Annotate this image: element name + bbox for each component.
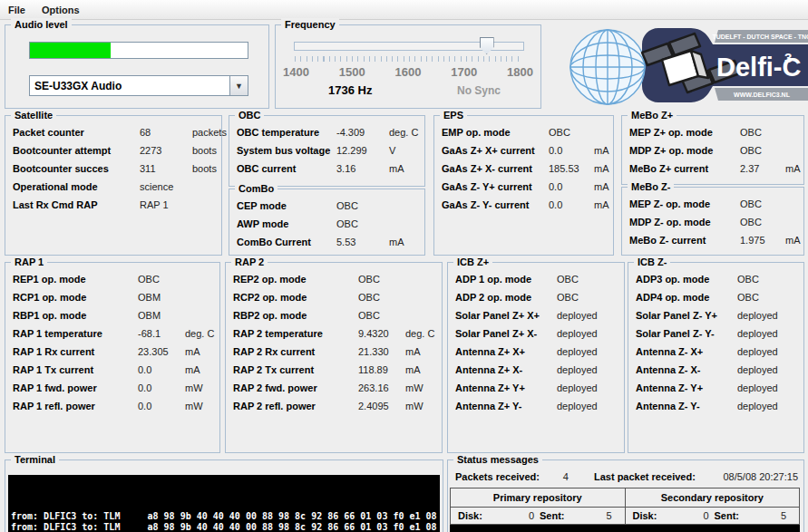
panel-title: Status messages xyxy=(453,453,542,466)
telemetry-row: MDP Z- op. mode OBC xyxy=(622,213,803,231)
telemetry-unit: mW xyxy=(185,401,219,411)
sync-status: No Sync xyxy=(457,84,501,97)
telemetry-label: Antenna Z+ Y+ xyxy=(455,382,557,393)
telemetry-value: 0.0 xyxy=(138,401,185,411)
menu-file[interactable]: File xyxy=(0,2,34,18)
telemetry-unit: mA xyxy=(389,237,424,247)
telemetry-label: Antenna Z- X+ xyxy=(636,346,737,357)
telemetry-unit: V xyxy=(389,145,424,156)
tick-label: 1600 xyxy=(395,65,422,79)
telemetry-label: MEP Z- op. mode xyxy=(629,198,740,209)
telemetry-value: OBC xyxy=(549,127,594,138)
telemetry-label: RAP 1 fwd. power xyxy=(13,382,138,393)
audio-device-value: SE-U33GX Audio xyxy=(30,80,229,92)
terminal-line: from: DLFIC3 to: TLM a8 98 9b 40 40 40 0… xyxy=(11,522,440,532)
telemetry-label: Solar Panel Z- Y+ xyxy=(636,310,737,321)
telemetry-row: AWP mode OBC xyxy=(229,215,424,233)
telemetry-row: RCP2 op. mode OBC xyxy=(226,288,442,306)
telemetry-label: MDP Z- op. mode xyxy=(629,217,740,227)
tick-label: 1700 xyxy=(451,65,477,79)
panel-obc: OBC OBC temperature -4.309 deg. C System… xyxy=(229,115,425,187)
telemetry-row: Antenna Z- Y+ deployed xyxy=(628,379,803,397)
status-log-strip[interactable] xyxy=(450,525,800,532)
telemetry-label: OBC current xyxy=(237,163,336,174)
telemetry-row: MeBo Z+ current 2.37 mA xyxy=(622,160,803,178)
telemetry-value: OBC xyxy=(737,292,801,303)
telemetry-value: OBC xyxy=(336,200,389,211)
disk-label: Disk: xyxy=(458,510,505,521)
telemetry-label: Antenna Z- Y+ xyxy=(636,382,737,393)
telemetry-row: GaAs Z- Y+ current 0.0 mA xyxy=(434,178,613,196)
terminal-console[interactable]: from: DLFIC3 to: TLM a8 98 9b 40 40 40 0… xyxy=(8,475,440,532)
telemetry-value: deployed xyxy=(557,310,620,321)
telemetry-value: 12.299 xyxy=(336,145,389,156)
menu-bar: File Options xyxy=(0,0,808,20)
telemetry-row: Packet counter 68 packets xyxy=(5,123,221,141)
telemetry-row: MDP Z+ op. mode OBC xyxy=(622,141,803,160)
telemetry-value: 2273 xyxy=(140,145,192,156)
telemetry-label: GaAs Z- Y+ current xyxy=(442,181,549,192)
telemetry-row: Solar Panel Z- Y+ deployed xyxy=(628,306,803,324)
telemetry-row: Antenna Z+ Y- deployed xyxy=(448,397,624,415)
panel-title: ICB Z- xyxy=(634,256,670,268)
telemetry-label: GaAs Z+ X- current xyxy=(442,163,549,174)
telemetry-value: 21.330 xyxy=(358,346,405,357)
telemetry-row: RBP1 op. mode OBM xyxy=(5,306,219,324)
telemetry-label: Solar Panel Z+ X- xyxy=(455,328,557,339)
telemetry-label: ADP4 op. mode xyxy=(636,292,737,303)
telemetry-row: MEP Z+ op. mode OBC xyxy=(622,123,803,141)
audio-level-meter xyxy=(29,42,248,59)
terminal-line: from: DLFIC3 to: TLM a8 98 9b 40 40 40 0… xyxy=(11,511,440,523)
telemetry-row: ADP4 op. mode OBC xyxy=(628,288,803,306)
telemetry-label: RAP 2 Tx current xyxy=(233,364,358,375)
menu-options[interactable]: Options xyxy=(34,2,88,18)
telemetry-row: ADP3 op. mode OBC xyxy=(628,270,803,288)
panel-frequency: Frequency 14001500160017001800 1736 Hz N… xyxy=(275,24,541,109)
panel-status-messages: Status messages Packets received: 4 Last… xyxy=(447,459,804,532)
telemetry-label: MeBo Z- current xyxy=(629,235,740,246)
telemetry-row: Solar Panel Z- Y- deployed xyxy=(628,324,803,343)
frequency-slider-thumb[interactable] xyxy=(480,37,494,54)
telemetry-label: System bus voltage xyxy=(237,145,336,156)
telemetry-value: deployed xyxy=(557,382,620,393)
telemetry-value: deployed xyxy=(737,328,801,339)
telemetry-value: OBC xyxy=(740,145,785,156)
telemetry-label: REP1 op. mode xyxy=(13,274,138,285)
telemetry-unit: deg. C xyxy=(405,328,442,339)
panel-rap1: RAP 1 REP1 op. mode OBC RCP1 op. mode OB… xyxy=(5,262,220,453)
telemetry-value: OBC xyxy=(358,292,405,303)
telemetry-label: RAP 1 Tx current xyxy=(13,364,138,375)
telemetry-row: RAP 2 fwd. power 263.16 mW xyxy=(226,379,442,397)
panel-title: RAP 2 xyxy=(231,256,268,268)
telemetry-row: REP1 op. mode OBC xyxy=(5,270,219,288)
telemetry-value: 0.0 xyxy=(138,364,185,375)
telemetry-label: Packet counter xyxy=(13,127,140,138)
panel-icb-zplus: ICB Z+ ADP 1 op. mode OBC ADP 2 op. mode… xyxy=(447,262,625,453)
panel-mebo-zplus: MeBo Z+ MEP Z+ op. mode OBC MDP Z+ op. m… xyxy=(621,115,804,185)
telemetry-value: 263.16 xyxy=(358,382,405,393)
telemetry-value: deployed xyxy=(737,346,801,357)
telemetry-value: OBC xyxy=(557,274,620,285)
telemetry-label: Bootcounter succes xyxy=(13,163,140,174)
telemetry-unit: mA xyxy=(594,163,613,174)
telemetry-row: MEP Z- op. mode OBC xyxy=(622,195,803,213)
telemetry-value: RAP 1 xyxy=(140,199,192,210)
disk-value: 0 xyxy=(505,510,540,521)
telemetry-unit: mA xyxy=(594,181,613,192)
telemetry-label: RBP1 op. mode xyxy=(13,310,138,321)
sent-value: 5 xyxy=(587,510,618,521)
telemetry-value: 2.4095 xyxy=(358,401,405,411)
telemetry-value: OBC xyxy=(737,274,801,285)
frequency-readout: 1736 Hz xyxy=(328,83,372,97)
telemetry-row: RAP 2 Rx current 21.330 mA xyxy=(226,343,442,361)
telemetry-label: ADP 2 op. mode xyxy=(455,292,557,303)
telemetry-value: OBM xyxy=(138,292,185,303)
telemetry-value: OBC xyxy=(336,218,389,229)
audio-device-select[interactable]: SE-U33GX Audio ▼ xyxy=(29,75,248,96)
telemetry-row: ComBo Current 5.53 mA xyxy=(229,233,424,251)
telemetry-row: Antenna Z+ Y+ deployed xyxy=(448,379,624,397)
logo-top-text: TUDELFT - DUTCH SPACE - TNO xyxy=(712,34,808,40)
telemetry-value: 0.0 xyxy=(138,382,185,393)
chevron-down-icon[interactable]: ▼ xyxy=(229,76,248,95)
panel-title: EPS xyxy=(440,109,467,121)
